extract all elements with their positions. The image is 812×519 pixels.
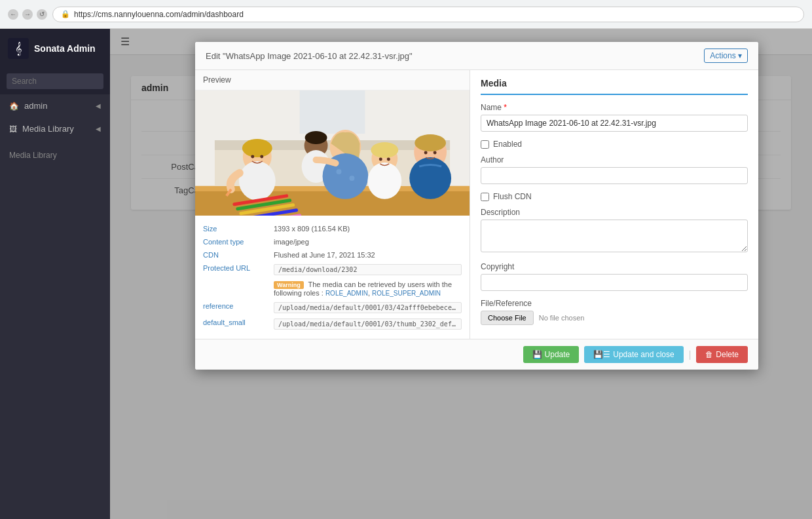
- svg-point-8: [239, 161, 276, 200]
- sidebar-item-label-media: Media Library: [22, 124, 74, 134]
- svg-point-22: [409, 157, 451, 199]
- no-file-label: No file chosen: [539, 314, 585, 322]
- cdn-label: CDN: [203, 251, 268, 259]
- url-text: https://cms.nannylouenna.com/admin/dashb…: [74, 10, 244, 19]
- default-small-value: /upload/media/default/0001/03/thumb_2302…: [274, 318, 462, 330]
- svg-point-31: [387, 157, 390, 161]
- refresh-button[interactable]: ↺: [37, 9, 47, 20]
- description-textarea[interactable]: [481, 220, 748, 252]
- svg-point-33: [434, 151, 437, 154]
- media-library-icon: 🖼: [9, 125, 17, 134]
- copyright-label: Copyright: [481, 262, 748, 271]
- svg-point-15: [336, 168, 341, 174]
- chevron-icon-media: ◀: [96, 125, 101, 132]
- form-group-copyright: Copyright: [481, 262, 748, 291]
- update-button[interactable]: 💾 Update: [523, 346, 580, 363]
- reference-label: reference: [203, 302, 268, 313]
- form-group-description: Description: [481, 208, 748, 254]
- preview-image-container: [195, 90, 470, 216]
- preview-panel: Preview: [195, 70, 470, 339]
- enabled-checkbox[interactable]: [481, 140, 489, 149]
- admin-icon: 🏠: [9, 102, 19, 111]
- edit-media-modal: Edit "WhatsApp Image 2021-06-10 at 22.42…: [195, 42, 758, 370]
- lock-icon: 🔒: [61, 10, 70, 18]
- meta-row-protected-url: Protected URL /media/download/2302: [203, 261, 462, 278]
- svg-point-7: [242, 139, 272, 157]
- app-wrapper: 𝄞 Sonata Admin 🏠 admin ◀ 🖼 Media Library…: [0, 29, 812, 519]
- cdn-value: Flushed at June 17, 2021 15:32: [274, 251, 462, 259]
- meta-row-content-type: Content type image/jpeg: [203, 235, 462, 248]
- meta-row-reference: reference /upload/media/default/0001/03/…: [203, 299, 462, 316]
- modal-overlay: Edit "WhatsApp Image 2021-06-10 at 22.42…: [110, 29, 812, 519]
- choose-file-button[interactable]: Choose File: [481, 311, 534, 325]
- description-label: Description: [481, 208, 748, 217]
- update-and-close-button[interactable]: 💾☰ Update and close: [584, 346, 683, 363]
- role-super-admin-link[interactable]: ROLE_SUPER_ADMIN: [372, 290, 441, 297]
- name-label: Name *: [481, 103, 748, 112]
- svg-point-19: [367, 162, 401, 199]
- meta-row-warning: Warning The media can be retrieved by us…: [203, 278, 462, 299]
- enabled-label: Enabled: [493, 140, 522, 149]
- browser-chrome: ← → ↺ 🔒 https://cms.nannylouenna.com/adm…: [0, 0, 812, 29]
- size-value: 1393 x 809 (116.54 KB): [274, 225, 462, 233]
- role-admin-link[interactable]: ROLE_ADMIN: [325, 290, 368, 297]
- flush-cdn-checkbox[interactable]: [481, 193, 489, 201]
- form-group-name: Name *: [481, 103, 748, 132]
- modal-body: Preview: [195, 70, 758, 339]
- reference-value: /upload/media/default/0001/03/42afff0ebe…: [274, 302, 462, 313]
- copyright-input[interactable]: [481, 274, 748, 291]
- sidebar-item-media-library[interactable]: 🖼 Media Library ◀: [0, 117, 110, 140]
- file-reference-label: File/Reference: [481, 299, 748, 308]
- flush-cdn-label: Flush CDN: [493, 192, 532, 201]
- save-icon: 💾: [532, 350, 542, 359]
- sidebar-brand: 𝄞 Sonata Admin: [0, 29, 110, 68]
- media-library-section-label: Media Library: [0, 140, 110, 170]
- name-input[interactable]: [481, 115, 748, 132]
- main-area: ☰ admin User ⊕ Add new: [110, 29, 812, 519]
- svg-rect-1: [300, 90, 365, 134]
- svg-point-16: [349, 175, 354, 180]
- sidebar: 𝄞 Sonata Admin 🏠 admin ◀ 🖼 Media Library…: [0, 29, 110, 519]
- back-button[interactable]: ←: [8, 9, 18, 20]
- content-type-label: Content type: [203, 238, 268, 246]
- default-small-label: default_small: [203, 318, 268, 330]
- address-bar[interactable]: 🔒 https://cms.nannylouenna.com/admin/das…: [52, 7, 804, 22]
- sidebar-item-label-admin: admin: [24, 101, 47, 111]
- modal-actions-button[interactable]: Actions ▾: [704, 48, 748, 63]
- file-input-row: Choose File No file chosen: [481, 311, 748, 325]
- media-form-panel: Media Name * Enabled: [470, 70, 758, 339]
- size-label: Size: [203, 225, 268, 233]
- author-label: Author: [481, 155, 748, 164]
- preview-label: Preview: [195, 70, 470, 90]
- form-group-author: Author: [481, 155, 748, 184]
- warning-text: Warning The media can be retrieved by us…: [274, 280, 462, 297]
- trash-icon: 🗑: [705, 350, 713, 359]
- warning-badge: Warning: [274, 281, 304, 289]
- modal-footer: 💾 Update 💾☰ Update and close | 🗑 Delete: [195, 339, 758, 370]
- sidebar-item-admin[interactable]: 🏠 admin ◀: [0, 94, 110, 117]
- brand-icon: 𝄞: [8, 38, 29, 59]
- media-panel-title: Media: [481, 78, 748, 95]
- chevron-icon-admin: ◀: [96, 102, 101, 109]
- sidebar-search: [0, 68, 110, 94]
- preview-image: [195, 90, 470, 216]
- required-asterisk: *: [504, 103, 507, 112]
- form-group-file-reference: File/Reference Choose File No file chose…: [481, 299, 748, 325]
- author-input[interactable]: [481, 167, 748, 184]
- delete-button[interactable]: 🗑 Delete: [696, 346, 748, 363]
- content-type-value: image/jpeg: [274, 238, 462, 246]
- enabled-checkbox-row: Enabled: [481, 140, 748, 149]
- svg-point-21: [415, 134, 446, 151]
- protected-url-label: Protected URL: [203, 264, 268, 275]
- svg-point-18: [371, 142, 398, 158]
- svg-point-28: [251, 155, 254, 158]
- svg-point-29: [260, 155, 263, 158]
- modal-title: Edit "WhatsApp Image 2021-06-10 at 22.42…: [206, 51, 413, 61]
- meta-row-default-small: default_small /upload/media/default/0001…: [203, 316, 462, 332]
- search-input[interactable]: [7, 73, 103, 89]
- svg-point-11: [305, 131, 327, 144]
- preview-meta: Size 1393 x 809 (116.54 KB) Content type…: [195, 216, 470, 339]
- brand-name: Sonata Admin: [34, 43, 96, 54]
- save-close-icon: 💾☰: [593, 350, 610, 359]
- forward-button[interactable]: →: [22, 9, 33, 20]
